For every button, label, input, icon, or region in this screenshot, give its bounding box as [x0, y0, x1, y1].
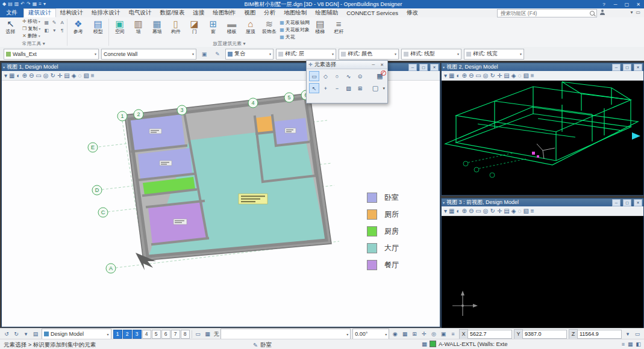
toolbox-titlebar[interactable]: ✛ 元素选择 ─ ✕: [307, 61, 387, 69]
view-tool-icon[interactable]: ▧: [523, 207, 528, 215]
x-coordinate-field[interactable]: X: [459, 329, 512, 339]
accudraw-icon[interactable]: ≡: [449, 331, 457, 337]
view-menu-icon[interactable]: ▾: [3, 65, 5, 69]
active-level-display[interactable]: ▦ A-WALL-EXTL (Walls: Exte: [422, 341, 508, 347]
ribbon-tab[interactable]: 分析: [260, 8, 280, 17]
quick-access-icon[interactable]: ▦: [33, 1, 37, 7]
style-combo[interactable]: 样式: 线型▾: [401, 49, 461, 60]
view-close-icon[interactable]: ✕: [634, 64, 642, 71]
toolbox-expand-icon[interactable]: ▾: [383, 86, 385, 91]
select-all-icon[interactable]: ▢: [370, 84, 380, 93]
accudraw-icon[interactable]: ▦: [401, 331, 409, 337]
ribbon-tab[interactable]: 视图: [240, 8, 260, 17]
view-tool-icon[interactable]: ▾: [4, 72, 7, 79]
view-tool-icon[interactable]: ◎: [43, 72, 49, 79]
x-coordinate-input[interactable]: [468, 330, 512, 339]
view-menu-icon[interactable]: ▾: [443, 200, 445, 205]
view-tool-icon[interactable]: ▭: [475, 72, 481, 79]
view-minimize-icon[interactable]: ─: [612, 64, 621, 71]
selection-method-icon[interactable]: ⊞: [355, 83, 365, 93]
help-icon[interactable]: ?: [598, 0, 610, 8]
accudraw-icon[interactable]: ▣: [439, 331, 448, 337]
place-element-button[interactable]: ▦ 幕墙: [148, 18, 166, 34]
status-icon[interactable]: ▦: [628, 341, 633, 347]
ribbon-collapse-icon[interactable]: ▾: [630, 10, 633, 15]
view-tool-icon[interactable]: ▦: [9, 72, 14, 79]
view-tool-icon[interactable]: ↻: [490, 72, 495, 79]
composite-combo[interactable]: 复合▾: [225, 49, 274, 60]
basic-tool-button[interactable]: ▤ 模型: [89, 18, 107, 34]
view-tool-icon[interactable]: ▾: [444, 207, 447, 215]
view-nav-icon[interactable]: ↻: [12, 331, 20, 337]
ribbon-tab[interactable]: 绘图制作: [208, 8, 240, 17]
ribbon-tab[interactable]: 修改: [402, 8, 422, 17]
view-tool-icon[interactable]: ≡: [531, 207, 534, 215]
view-toggle-button[interactable]: 4: [142, 330, 151, 339]
view-tool-icon[interactable]: ◎: [483, 72, 489, 79]
y-coordinate-input[interactable]: [523, 330, 567, 339]
view-tool-icon[interactable]: ⊖: [29, 72, 34, 79]
view-tool-icon[interactable]: ⊖: [469, 72, 474, 79]
wireframe-model[interactable]: [445, 82, 638, 178]
view-tool-icon[interactable]: ▤: [504, 207, 509, 215]
ribbon-tab[interactable]: CONNECT Services: [342, 8, 402, 17]
selection-method-icon[interactable]: ↖: [309, 83, 319, 93]
selection-info[interactable]: ✎ 卧室: [253, 341, 272, 349]
y-coordinate-field[interactable]: Y: [514, 329, 567, 339]
view2-canvas[interactable]: [442, 81, 643, 195]
view-nav-icon[interactable]: ▾: [22, 331, 30, 337]
view-tool-icon[interactable]: ▤: [504, 72, 509, 79]
group-label-common-tools[interactable]: 常用工具 ▾: [1, 41, 66, 47]
ribbon-tab[interactable]: 建筑设计: [23, 8, 56, 17]
view-toggle-button[interactable]: 6: [161, 330, 170, 339]
lock-icon[interactable]: ◉: [391, 331, 399, 337]
group-label-place-elements[interactable]: 放置建筑元素 ▾: [110, 41, 348, 47]
view-toggle-button[interactable]: 1: [113, 330, 122, 339]
overflow-icon[interactable]: ▾: [624, 331, 632, 337]
view3-canvas[interactable]: [442, 216, 643, 328]
view-toggle-button[interactable]: 7: [171, 330, 180, 339]
element-selection-toolbox[interactable]: ✛ 元素选择 ─ ✕ ▭◇○∿⊙ ▦ ↖+−▨⊞ ▢ ▾: [306, 60, 388, 103]
selection-method-icon[interactable]: ▨: [343, 83, 354, 93]
view-tool-icon[interactable]: ≡: [91, 72, 95, 79]
pin-ribbon-icon[interactable]: ▭: [636, 10, 640, 15]
ribbon-tab[interactable]: 地图绘制: [280, 8, 311, 17]
overflow-icon[interactable]: ▭: [633, 331, 642, 337]
quick-access-icon[interactable]: ↶: [20, 1, 25, 7]
view1-canvas[interactable]: 1 2 3 4 5 6 E D C A: [2, 81, 440, 327]
family-combo[interactable]: Walls_Ext▾: [4, 49, 99, 60]
view-maximize-icon[interactable]: ▢: [623, 64, 631, 71]
ribbon-search-box[interactable]: [497, 9, 597, 17]
view-toggle-button[interactable]: 8: [181, 330, 190, 339]
quick-access-icon[interactable]: ▾: [43, 1, 46, 7]
ribbon-tab[interactable]: 数据/报表: [156, 8, 189, 17]
view-tool-icon[interactable]: ⊕: [22, 72, 27, 79]
view-tool-icon[interactable]: ⊕: [462, 207, 467, 215]
status-icon[interactable]: ≡: [622, 341, 625, 347]
change-attributes-icon[interactable]: ✎: [212, 49, 223, 60]
view-tool-icon[interactable]: ◐: [16, 72, 20, 79]
ribbon-tab[interactable]: 连接: [189, 8, 208, 17]
maximize-icon[interactable]: ▢: [621, 0, 633, 8]
view-minimize-icon[interactable]: ─: [408, 64, 417, 71]
place-element-button[interactable]: ◪ 门: [185, 18, 204, 34]
view-tool-icon[interactable]: ▧: [83, 72, 89, 79]
ceiling-tool-button[interactable]: ▦ 天花板轴网: [280, 19, 310, 26]
common-tool-button[interactable]: ❒ 复制 ▾: [21, 25, 42, 32]
view-tool-icon[interactable]: ▭: [475, 207, 481, 215]
view-tool-icon[interactable]: ◈: [72, 72, 77, 79]
view-close-icon[interactable]: ✕: [634, 199, 642, 206]
selection-method-icon[interactable]: −: [332, 83, 342, 93]
common-mini-icon[interactable]: ▾: [51, 26, 58, 34]
place-element-button[interactable]: ⌂ 屋顶: [241, 18, 260, 34]
snap-icon[interactable]: ▦: [203, 331, 211, 337]
accudraw-icon[interactable]: ◎: [430, 331, 438, 337]
z-coordinate-field[interactable]: Z: [569, 329, 622, 339]
ribbon-tab[interactable]: 给排水设计: [87, 8, 125, 17]
selection-method-icon[interactable]: +: [320, 83, 331, 93]
view-tool-icon[interactable]: ◈: [511, 207, 516, 215]
z-coordinate-input[interactable]: [578, 330, 622, 339]
common-mini-icon[interactable]: ◧: [43, 26, 50, 34]
selection-mode-icon[interactable]: ∿: [343, 71, 354, 81]
view-tool-icon[interactable]: ↻: [51, 72, 55, 79]
